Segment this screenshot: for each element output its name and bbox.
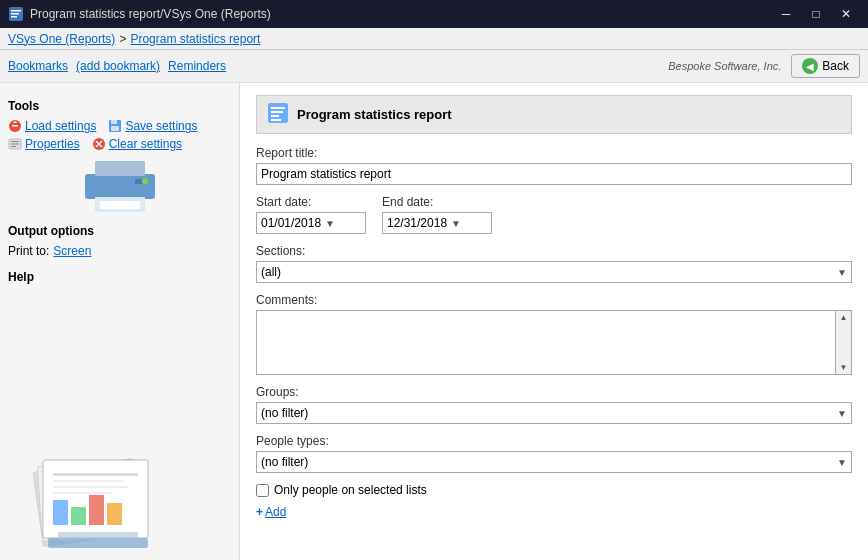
plus-icon: +: [256, 505, 263, 519]
sections-label: Sections:: [256, 244, 852, 258]
tools-section: Load settings Save settings: [8, 119, 231, 151]
add-row: + Add: [256, 505, 852, 519]
end-date-group: End date: 12/31/2018 ▼: [382, 195, 492, 234]
breadcrumb-vsys[interactable]: VSys One (Reports): [8, 32, 115, 46]
titlebar: Program statistics report/VSys One (Repo…: [0, 0, 868, 28]
app-icon: [8, 6, 24, 22]
people-types-dropdown[interactable]: (no filter) ▼: [256, 451, 852, 473]
report-header-icon: [267, 102, 289, 127]
svg-rect-27: [53, 480, 123, 482]
print-to-label: Print to:: [8, 244, 49, 258]
output-section: Output options Print to: Screen: [8, 224, 231, 258]
comments-group: Comments: ▲ ▼: [256, 293, 852, 375]
add-label: Add: [265, 505, 286, 519]
scroll-up-icon[interactable]: ▲: [840, 313, 848, 322]
save-settings-link[interactable]: Save settings: [108, 119, 197, 133]
sections-value: (all): [261, 265, 281, 279]
back-button-label: Back: [822, 59, 849, 73]
comments-wrapper: ▲ ▼: [256, 310, 852, 375]
svg-rect-13: [11, 146, 16, 147]
close-button[interactable]: ✕: [832, 3, 860, 25]
svg-rect-39: [271, 115, 279, 117]
svg-rect-33: [107, 503, 122, 525]
svg-rect-21: [135, 179, 143, 184]
svg-rect-37: [271, 107, 285, 109]
svg-rect-8: [111, 120, 117, 124]
report-header: Program statistics report: [256, 95, 852, 134]
save-icon: [108, 119, 122, 133]
start-date-value: 01/01/2018: [261, 216, 321, 230]
content-area: Program statistics report Report title: …: [240, 83, 868, 560]
svg-rect-31: [71, 507, 86, 525]
scrollbar: ▲ ▼: [835, 311, 851, 374]
breadcrumb-bar: VSys One (Reports) > Program statistics …: [0, 28, 868, 50]
help-section: Help: [8, 270, 231, 284]
groups-label: Groups:: [256, 385, 852, 399]
report-header-title: Program statistics report: [297, 107, 452, 122]
tools-row-2: Properties Clear settings: [8, 137, 231, 151]
screen-link[interactable]: Screen: [53, 244, 91, 258]
printer-image-area: [8, 159, 231, 214]
svg-rect-18: [95, 161, 145, 176]
only-people-row: Only people on selected lists: [256, 483, 852, 497]
add-link[interactable]: + Add: [256, 505, 286, 519]
reminders-link[interactable]: Reminders: [168, 59, 226, 73]
topbar-nav: Bookmarks (add bookmark) Reminders: [8, 59, 226, 73]
window-controls: ─ □ ✕: [772, 3, 860, 25]
groups-dropdown[interactable]: (no filter) ▼: [256, 402, 852, 424]
clear-icon: [92, 137, 106, 151]
maximize-button[interactable]: □: [802, 3, 830, 25]
minimize-button[interactable]: ─: [772, 3, 800, 25]
groups-group: Groups: (no filter) ▼: [256, 385, 852, 424]
svg-rect-35: [58, 532, 138, 540]
svg-point-22: [142, 178, 148, 184]
back-button[interactable]: ◀ Back: [791, 54, 860, 78]
comments-textarea[interactable]: [257, 311, 835, 374]
svg-rect-17: [85, 174, 155, 199]
end-date-dropdown-arrow[interactable]: ▼: [451, 218, 461, 229]
people-types-arrow-icon: ▼: [837, 457, 847, 468]
clear-settings-link[interactable]: Clear settings: [92, 137, 182, 151]
bespoke-label: Bespoke Software, Inc.: [668, 60, 781, 72]
tools-title: Tools: [8, 99, 231, 113]
only-people-checkbox[interactable]: [256, 484, 269, 497]
svg-rect-28: [53, 486, 128, 488]
svg-rect-5: [12, 125, 18, 127]
svg-rect-40: [271, 119, 281, 121]
properties-icon: [8, 137, 22, 151]
report-title-label: Report title:: [256, 146, 852, 160]
start-date-label: Start date:: [256, 195, 366, 209]
tools-row-1: Load settings Save settings: [8, 119, 231, 133]
sections-dropdown[interactable]: (all) ▼: [256, 261, 852, 283]
svg-rect-1: [11, 10, 21, 12]
end-date-value: 12/31/2018: [387, 216, 447, 230]
topbar: Bookmarks (add bookmark) Reminders Bespo…: [0, 50, 868, 83]
document-stack-image: [8, 435, 183, 553]
svg-rect-38: [271, 111, 283, 113]
output-title: Output options: [8, 224, 231, 238]
sections-arrow-icon: ▼: [837, 267, 847, 278]
bookmarks-link[interactable]: Bookmarks: [8, 59, 68, 73]
svg-rect-29: [53, 492, 113, 494]
load-icon: [8, 119, 22, 133]
scroll-down-icon[interactable]: ▼: [840, 363, 848, 372]
back-icon: ◀: [802, 58, 818, 74]
load-settings-link[interactable]: Load settings: [8, 119, 96, 133]
comments-label: Comments:: [256, 293, 852, 307]
date-row: Start date: 01/01/2018 ▼ End date: 12/31…: [256, 195, 852, 234]
report-title-group: Report title:: [256, 146, 852, 185]
groups-arrow-icon: ▼: [837, 408, 847, 419]
svg-rect-20: [100, 201, 140, 209]
start-date-group: Start date: 01/01/2018 ▼: [256, 195, 366, 234]
sidebar: Tools Load settings: [0, 83, 240, 560]
start-date-dropdown-arrow[interactable]: ▼: [325, 218, 335, 229]
people-types-label: People types:: [256, 434, 852, 448]
breadcrumb-report[interactable]: Program statistics report: [130, 32, 260, 46]
groups-value: (no filter): [261, 406, 308, 420]
svg-rect-9: [111, 126, 119, 131]
svg-rect-26: [53, 473, 138, 476]
svg-rect-30: [53, 500, 68, 525]
report-title-input[interactable]: [256, 163, 852, 185]
add-bookmark-link[interactable]: (add bookmark): [76, 59, 160, 73]
properties-link[interactable]: Properties: [8, 137, 80, 151]
